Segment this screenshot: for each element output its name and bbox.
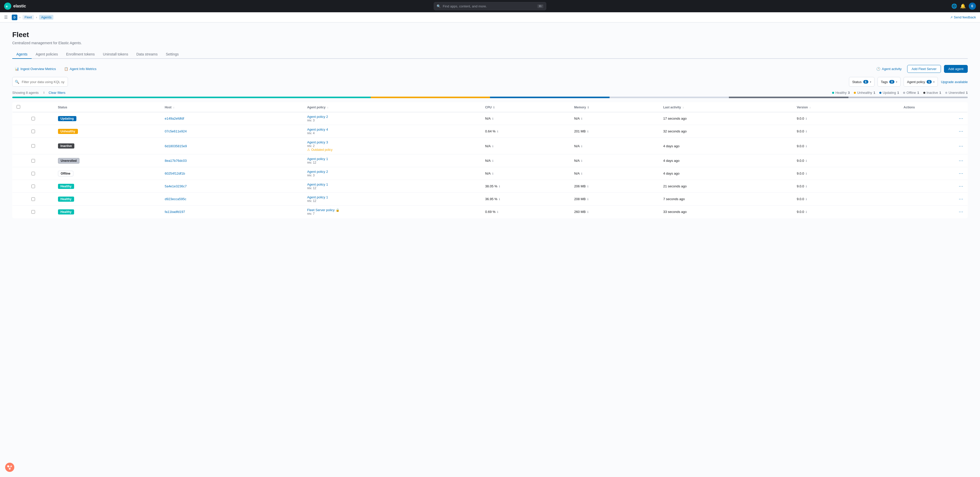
bell-icon[interactable]: 🔔 bbox=[960, 3, 966, 9]
header-policy[interactable]: Agent policy ↕ bbox=[303, 102, 481, 112]
cpu-value: N/A bbox=[485, 159, 490, 163]
policy-link[interactable]: Agent policy 2 bbox=[307, 115, 328, 119]
cpu-info-icon[interactable]: ℹ bbox=[499, 185, 500, 188]
cpu-info-icon[interactable]: ℹ bbox=[492, 117, 493, 120]
tab-settings[interactable]: Settings bbox=[162, 50, 183, 59]
memory-info-icon[interactable]: ℹ bbox=[587, 198, 589, 201]
host-link[interactable]: 5a4e1e3236c7 bbox=[165, 184, 187, 188]
row-checkbox-3[interactable] bbox=[32, 144, 35, 148]
agent-activity-button[interactable]: 🕐 Agent activity bbox=[874, 65, 904, 72]
version-info-icon[interactable]: ℹ bbox=[806, 145, 807, 148]
version-info-icon[interactable]: ℹ bbox=[806, 117, 807, 120]
cpu-info-icon[interactable]: ℹ bbox=[492, 145, 493, 148]
host-link[interactable]: e149a2efdfdf bbox=[165, 116, 184, 120]
row-checkbox-8[interactable] bbox=[32, 210, 35, 214]
memory-info-icon[interactable]: ℹ bbox=[581, 172, 582, 175]
row-actions-button[interactable]: ··· bbox=[959, 158, 963, 163]
header-host[interactable]: Host ↕ bbox=[161, 102, 303, 112]
memory-info-icon[interactable]: ℹ bbox=[581, 117, 582, 120]
policy-link[interactable]: Fleet Server policy🔒 bbox=[307, 208, 339, 212]
policy-revision: rev. 3 bbox=[307, 174, 477, 177]
memory-info-icon[interactable]: ℹ bbox=[587, 211, 589, 214]
breadcrumb-fleet[interactable]: Fleet bbox=[22, 15, 34, 20]
host-link[interactable]: d923ecca595c bbox=[165, 197, 186, 201]
policy-link[interactable]: Agent policy 1 bbox=[307, 195, 328, 199]
version-info-icon[interactable]: ℹ bbox=[806, 172, 807, 175]
tab-data-streams[interactable]: Data streams bbox=[132, 50, 162, 59]
row-activity-cell: 33 seconds ago bbox=[659, 206, 793, 218]
cpu-info-icon[interactable]: ℹ bbox=[497, 211, 498, 214]
cpu-info-icon[interactable]: ℹ bbox=[499, 198, 500, 201]
policy-link[interactable]: Agent policy 2 bbox=[307, 170, 328, 174]
upgrade-available-link[interactable]: Upgrade available bbox=[941, 80, 968, 84]
select-all-checkbox[interactable] bbox=[17, 105, 20, 108]
send-feedback-button[interactable]: ↗ Send feedback bbox=[950, 15, 976, 19]
add-fleet-server-button[interactable]: Add Fleet Server bbox=[907, 65, 941, 73]
host-link[interactable]: 07c5e611e924 bbox=[165, 129, 187, 133]
memory-info-icon[interactable]: ℹ bbox=[587, 185, 589, 188]
kql-filter-input[interactable] bbox=[12, 77, 68, 87]
row-checkbox-6[interactable] bbox=[32, 185, 35, 188]
row-checkbox-4[interactable] bbox=[32, 159, 35, 163]
row-cpu-cell: 36.95 % ℹ bbox=[481, 193, 570, 206]
policy-link[interactable]: Agent policy 1 bbox=[307, 182, 328, 187]
row-actions-button[interactable]: ··· bbox=[959, 116, 963, 121]
version-value: 9.0.0 bbox=[797, 172, 804, 175]
row-actions-button[interactable]: ··· bbox=[959, 196, 963, 201]
row-actions-button[interactable]: ··· bbox=[959, 209, 963, 214]
row-checkbox-5[interactable] bbox=[32, 172, 35, 175]
user-avatar[interactable]: E bbox=[969, 3, 976, 10]
row-host-cell: 07c5e611e924 bbox=[161, 125, 303, 138]
row-policy-cell: Agent policy 2 rev. 3 bbox=[303, 112, 481, 125]
row-status-cell: Healthy bbox=[54, 193, 161, 206]
row-actions-button[interactable]: ··· bbox=[959, 171, 963, 176]
global-search[interactable]: 🔍 Find apps, content, and more. ⌘/ bbox=[434, 2, 546, 10]
tags-filter-pill[interactable]: Tags 0 ▾ bbox=[878, 77, 901, 87]
row-checkbox-1[interactable] bbox=[32, 117, 35, 120]
row-cpu-cell: N/A ℹ bbox=[481, 138, 570, 155]
memory-info-icon[interactable]: ℹ bbox=[581, 145, 582, 148]
clear-filters-button[interactable]: Clear filters bbox=[49, 91, 65, 94]
row-actions-button[interactable]: ··· bbox=[959, 129, 963, 134]
status-filter-pill[interactable]: Status 6 ▾ bbox=[849, 77, 875, 87]
header-version[interactable]: Version ↕ bbox=[793, 102, 899, 112]
host-link[interactable]: 8ea17b76dc03 bbox=[165, 159, 187, 163]
tab-agents[interactable]: Agents bbox=[12, 50, 32, 59]
cpu-info-icon[interactable]: ℹ bbox=[492, 172, 493, 175]
version-info-icon[interactable]: ℹ bbox=[806, 185, 807, 188]
agent-info-metrics-button[interactable]: 📋 Agent Info Metrics bbox=[62, 65, 99, 72]
tab-enrollment-tokens[interactable]: Enrollment tokens bbox=[62, 50, 99, 59]
row-checkbox-7[interactable] bbox=[32, 197, 35, 201]
workspace-badge[interactable]: D bbox=[12, 14, 18, 20]
unhealthy-dot bbox=[854, 92, 856, 94]
memory-info-icon[interactable]: ℹ bbox=[581, 159, 582, 162]
policy-link[interactable]: Agent policy 3 bbox=[307, 140, 328, 144]
version-info-icon[interactable]: ℹ bbox=[806, 159, 807, 162]
agent-policy-filter-pill[interactable]: Agent policy 5 ▾ bbox=[904, 77, 938, 87]
add-agent-button[interactable]: Add agent bbox=[944, 65, 968, 73]
policy-link[interactable]: Agent policy 1 bbox=[307, 157, 328, 161]
tab-uninstall-tokens[interactable]: Uninstall tokens bbox=[99, 50, 132, 59]
host-link[interactable]: 6d18035815e9 bbox=[165, 144, 187, 148]
globe-icon[interactable]: 🌐 bbox=[951, 3, 957, 9]
policy-link[interactable]: Agent policy 4 bbox=[307, 128, 328, 131]
ingest-overview-metrics-button[interactable]: 📊 Ingest Overview Metrics bbox=[12, 65, 59, 72]
memory-value: N/A bbox=[574, 159, 580, 163]
host-link[interactable]: 60254f12df1b bbox=[165, 172, 185, 175]
host-link[interactable]: fa11badfd197 bbox=[165, 210, 185, 214]
version-info-icon[interactable]: ℹ bbox=[806, 130, 807, 133]
logo[interactable]: e elastic bbox=[4, 3, 26, 10]
cpu-info-icon[interactable]: ℹ bbox=[497, 130, 498, 133]
version-info-icon[interactable]: ℹ bbox=[806, 211, 807, 214]
row-checkbox-2[interactable] bbox=[32, 129, 35, 133]
tab-agent-policies[interactable]: Agent policies bbox=[32, 50, 62, 59]
version-info-icon[interactable]: ℹ bbox=[806, 198, 807, 201]
cpu-info-icon[interactable]: ℹ bbox=[492, 159, 493, 162]
header-activity[interactable]: Last activity ↕ bbox=[659, 102, 793, 112]
policy-revision: rev. 12 bbox=[307, 199, 477, 203]
memory-info-icon[interactable]: ℹ bbox=[587, 130, 589, 133]
row-actions-button[interactable]: ··· bbox=[959, 144, 963, 148]
hamburger-menu-icon[interactable]: ☰ bbox=[4, 15, 8, 20]
filter-search-icon: 🔍 bbox=[15, 80, 19, 84]
row-actions-button[interactable]: ··· bbox=[959, 183, 963, 189]
